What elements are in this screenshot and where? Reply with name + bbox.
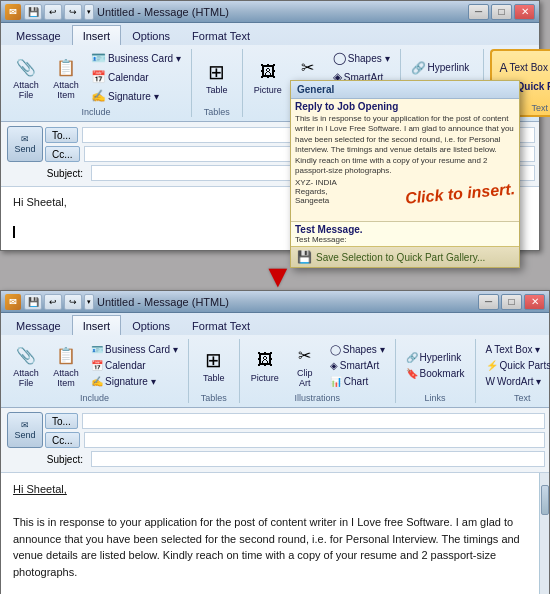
tables-label: Tables xyxy=(204,107,230,117)
bottom-tab-message[interactable]: Message xyxy=(5,315,72,335)
qa-save[interactable]: 💾 xyxy=(24,4,42,20)
bottom-qa-save[interactable]: 💾 xyxy=(24,294,42,310)
bottom-business-card[interactable]: 🪪 Business Card ▾ xyxy=(87,342,182,357)
bottom-minimize-button[interactable]: ─ xyxy=(478,294,499,310)
close-button[interactable]: ✕ xyxy=(514,4,535,20)
bottom-include-group: 📎 AttachFile 📋 AttachItem 🪪 Business Car… xyxy=(7,339,189,403)
bottom-illus-btns: 🖼 Picture ✂ ClipArt ◯ Shapes ▾ ◈ SmartAr… xyxy=(246,339,389,391)
tab-insert[interactable]: Insert xyxy=(72,25,122,45)
bottom-ribbon-content: 📎 AttachFile 📋 AttachItem 🪪 Business Car… xyxy=(1,335,549,407)
bottom-msg-body[interactable]: Hi Sheetal, This is in response to your … xyxy=(1,473,539,594)
bottom-app-icon: ✉ xyxy=(5,294,21,310)
scrollbar[interactable] xyxy=(539,473,549,594)
bottom-quickparts-btn[interactable]: ⚡ Quick Parts ▾ xyxy=(482,358,550,373)
bottom-tab-format-text[interactable]: Format Text xyxy=(181,315,261,335)
bottom-body-p1: This is in response to your application … xyxy=(13,514,527,580)
to-button[interactable]: To... xyxy=(45,127,78,143)
minimize-button[interactable]: ─ xyxy=(468,4,489,20)
qa-redo[interactable]: ↪ xyxy=(64,4,82,20)
bottom-tab-insert[interactable]: Insert xyxy=(72,315,122,335)
bottom-include-btns: 📎 AttachFile 📋 AttachItem 🪪 Business Car… xyxy=(7,339,182,391)
send-label: Send xyxy=(14,144,35,154)
table-button[interactable]: ⊞ Table xyxy=(198,56,236,98)
bottom-titlebar-controls: ─ □ ✕ xyxy=(478,294,545,310)
table-label: Table xyxy=(206,85,228,95)
bottom-to-input[interactable] xyxy=(82,413,545,429)
hyperlink-button[interactable]: 🔗 Hyperlink xyxy=(407,59,477,77)
cc-button[interactable]: Cc... xyxy=(45,146,80,162)
shapes-button[interactable]: ◯ Shapes ▾ xyxy=(329,49,394,67)
bottom-links-lbl: Links xyxy=(425,393,446,403)
include-group: 📎 AttachFile 📋 AttachItem 🪪 Business Car… xyxy=(7,49,192,117)
bottom-send-button[interactable]: ✉ Send xyxy=(7,412,43,448)
bottom-to-button[interactable]: To... xyxy=(45,413,78,429)
save-to-gallery-button[interactable]: 💾 Save Selection to Quick Part Gallery..… xyxy=(291,246,519,267)
qa-dropdown[interactable]: ▾ xyxy=(84,4,94,20)
bottom-msg-area: Hi Sheetal, This is in response to your … xyxy=(1,473,549,594)
attach-file-button[interactable]: 📎 AttachFile xyxy=(7,51,45,103)
bottom-attach-file-lbl: AttachFile xyxy=(13,368,39,388)
include-buttons: 📎 AttachFile 📋 AttachItem 🪪 Business Car… xyxy=(7,49,185,105)
send-button[interactable]: ✉ Send xyxy=(7,126,43,162)
attach-file-label: AttachFile xyxy=(13,80,39,100)
maximize-button[interactable]: □ xyxy=(491,4,512,20)
bottom-tab-options[interactable]: Options xyxy=(121,315,181,335)
calendar-button[interactable]: 📅 Calendar xyxy=(87,68,185,86)
bottom-clipart-icon: ✂ xyxy=(291,342,319,368)
bottom-textbox-btn[interactable]: A Text Box ▾ xyxy=(482,342,550,357)
bottom-table-icon: ⊞ xyxy=(200,347,228,373)
business-card-button[interactable]: 🪪 Business Card ▾ xyxy=(87,49,185,67)
bottom-wordart-btn[interactable]: W WordArt ▾ xyxy=(482,374,550,389)
ribbon-tabs: Message Insert Options Format Text xyxy=(1,23,539,45)
bottom-close-button[interactable]: ✕ xyxy=(524,294,545,310)
qa-undo[interactable]: ↩ xyxy=(44,4,62,20)
bottom-attach-item-icon: 📋 xyxy=(52,342,80,368)
bottom-tables-btns: ⊞ Table xyxy=(195,339,233,391)
bottom-text-group: A Text Box ▾ ⚡ Quick Parts ▾ W WordArt ▾… xyxy=(482,339,550,403)
attach-item-label: AttachItem xyxy=(53,80,79,100)
bottom-shapes-btn[interactable]: ◯ Shapes ▾ xyxy=(326,342,389,357)
bottom-maximize-button[interactable]: □ xyxy=(501,294,522,310)
clip-art-icon: ✂ xyxy=(294,54,322,80)
bottom-qa-dropdown[interactable]: ▾ xyxy=(84,294,94,310)
textbox-button[interactable]: A Text Box ▾ xyxy=(496,59,550,77)
bottom-attach-item-lbl: AttachItem xyxy=(53,368,79,388)
tab-message[interactable]: Message xyxy=(5,25,72,45)
picture-button[interactable]: 🖼 Picture xyxy=(249,56,287,98)
bottom-hyperlink-btn[interactable]: 🔗 Hyperlink xyxy=(402,350,469,365)
send-icon: ✉ xyxy=(21,134,29,144)
bottom-illus-lbl: Illustrations xyxy=(294,393,340,403)
signature-button[interactable]: ✍ Signature ▾ xyxy=(87,87,185,105)
bottom-picture-btn[interactable]: 🖼 Picture xyxy=(246,344,284,386)
bottom-qa-redo[interactable]: ↪ xyxy=(64,294,82,310)
app-icon: ✉ xyxy=(5,4,21,20)
bottom-tables-group: ⊞ Table Tables xyxy=(195,339,240,403)
bottom-links-small: 🔗 Hyperlink 🔖 Bookmark xyxy=(402,350,469,381)
attach-item-icon: 📋 xyxy=(52,54,80,80)
bottom-attach-file[interactable]: 📎 AttachFile xyxy=(7,339,45,391)
bottom-links-btns: 🔗 Hyperlink 🔖 Bookmark xyxy=(402,339,469,391)
popup-item-test[interactable]: Test Message. Test Message: xyxy=(291,221,519,246)
bottom-cc-input[interactable] xyxy=(84,432,545,448)
scrollbar-thumb[interactable] xyxy=(541,485,549,515)
bottom-qa-undo[interactable]: ↩ xyxy=(44,294,62,310)
bottom-greeting: Hi Sheetal, xyxy=(13,481,527,498)
bottom-clipart-btn[interactable]: ✂ ClipArt xyxy=(286,339,324,391)
bottom-chart-btn[interactable]: 📊 Chart xyxy=(326,374,389,389)
bottom-send-icon: ✉ xyxy=(21,420,29,430)
bottom-calendar[interactable]: 📅 Calendar xyxy=(87,358,182,373)
tab-format-text[interactable]: Format Text xyxy=(181,25,261,45)
bottom-table-btn[interactable]: ⊞ Table xyxy=(195,344,233,386)
attach-item-button[interactable]: 📋 AttachItem xyxy=(47,51,85,103)
bottom-smartart-btn[interactable]: ◈ SmartArt xyxy=(326,358,389,373)
bottom-cc-button[interactable]: Cc... xyxy=(45,432,80,448)
bottom-clipart-lbl: ClipArt xyxy=(297,368,313,388)
bottom-subject-input[interactable] xyxy=(91,451,545,467)
bottom-signature[interactable]: ✍ Signature ▾ xyxy=(87,374,182,389)
bottom-bookmark-btn[interactable]: 🔖 Bookmark xyxy=(402,366,469,381)
bottom-attach-item[interactable]: 📋 AttachItem xyxy=(47,339,85,391)
tab-options[interactable]: Options xyxy=(121,25,181,45)
popup-item-reply[interactable]: Reply to Job Opening This is in response… xyxy=(291,99,519,221)
bottom-subject-label: Subject: xyxy=(45,454,87,465)
bottom-picture-lbl: Picture xyxy=(251,373,279,383)
